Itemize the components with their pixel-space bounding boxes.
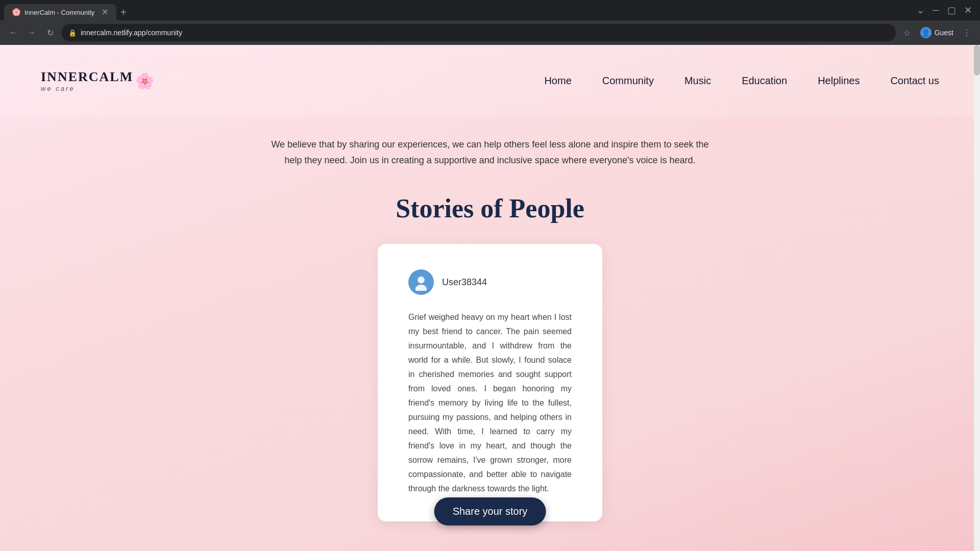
browser-tab-bar: 🌸 InnerCalm - Community ✕ + ⌄ ─ ▢ ✕: [0, 0, 980, 20]
close-button[interactable]: ✕: [960, 3, 976, 18]
browser-actions: ☆ 👤 Guest ⋮: [900, 25, 974, 40]
profile-icon: 👤: [920, 27, 932, 38]
nav-links: Home Community Music Education Helplines…: [544, 75, 939, 87]
avatar: [408, 269, 434, 295]
tab-close-icon[interactable]: ✕: [102, 8, 108, 16]
nav-home[interactable]: Home: [544, 75, 571, 87]
menu-button[interactable]: ⋮: [960, 26, 974, 40]
navbar: INNERCALM we care 🌸 Home Community Music…: [0, 45, 980, 116]
svg-point-1: [418, 277, 425, 284]
tab-list-button[interactable]: ⌄: [913, 3, 928, 18]
nav-music[interactable]: Music: [684, 75, 711, 87]
logo-text-area: INNERCALM we care: [41, 69, 133, 92]
nav-helplines[interactable]: Helplines: [818, 75, 860, 87]
main-content: We believe that by sharing our experienc…: [0, 116, 980, 551]
logo[interactable]: INNERCALM we care 🌸: [41, 69, 154, 92]
nav-contact-us[interactable]: Contact us: [890, 75, 939, 87]
story-card: User38344 Grief weighed heavy on my hear…: [378, 244, 602, 521]
scrollbar-thumb[interactable]: [974, 45, 980, 76]
lock-icon: 🔒: [68, 29, 77, 37]
tab-favicon-icon: 🌸: [12, 8, 20, 16]
profile-label: Guest: [935, 29, 953, 37]
browser-controls: ← → ↻ 🔒 ☆ 👤 Guest ⋮: [0, 20, 980, 45]
browser-tab[interactable]: 🌸 InnerCalm - Community ✕: [4, 4, 116, 20]
nav-community[interactable]: Community: [602, 75, 654, 87]
address-bar[interactable]: 🔒: [61, 24, 896, 41]
window-controls: ⌄ ─ ▢ ✕: [913, 3, 980, 22]
user-info: User38344: [408, 269, 572, 295]
forward-button[interactable]: →: [24, 26, 39, 40]
share-story-button[interactable]: Share your story: [434, 497, 546, 525]
reload-button[interactable]: ↻: [43, 26, 57, 40]
section-title: Stories of People: [396, 193, 584, 223]
bookmark-button[interactable]: ☆: [900, 26, 914, 40]
tab-title: InnerCalm - Community: [24, 9, 97, 16]
username: User38344: [442, 277, 487, 288]
new-tab-button[interactable]: +: [116, 7, 131, 18]
story-text: Grief weighed heavy on my heart when I l…: [408, 310, 572, 496]
nav-education[interactable]: Education: [742, 75, 787, 87]
logo-subtitle: we care: [41, 85, 133, 92]
minimize-button[interactable]: ─: [928, 3, 943, 18]
scrollbar[interactable]: [974, 45, 980, 551]
url-input[interactable]: [81, 29, 889, 37]
site-content: INNERCALM we care 🌸 Home Community Music…: [0, 45, 980, 551]
logo-text: INNERCALM: [41, 69, 133, 85]
intro-text: We believe that by sharing our experienc…: [271, 137, 709, 168]
logo-flower-icon: 🌸: [135, 72, 154, 90]
maximize-button[interactable]: ▢: [943, 3, 960, 18]
profile-button[interactable]: 👤 Guest: [916, 25, 958, 40]
avatar-icon: [412, 273, 430, 291]
back-button[interactable]: ←: [6, 26, 20, 40]
